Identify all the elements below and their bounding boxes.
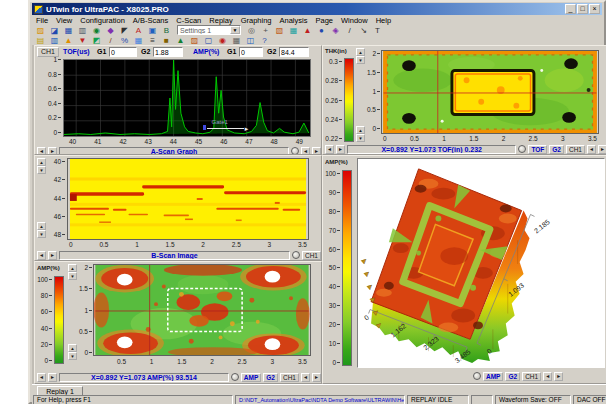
menu-item[interactable]: Help (372, 16, 395, 25)
next-button[interactable]: ► (312, 373, 321, 382)
minimize-button[interactable]: _ (565, 4, 576, 14)
scroll-left-button[interactable]: ◄ (37, 147, 46, 156)
open-file-icon[interactable]: ▨ (34, 25, 47, 35)
pan-tool-icon[interactable]: + (259, 25, 272, 35)
grid-view-icon[interactable]: ▦ (287, 25, 300, 35)
prev-button[interactable]: ◄ (543, 372, 552, 381)
prev-button[interactable]: ◄ (587, 145, 596, 154)
gate-g2-button[interactable]: G2 (505, 372, 520, 381)
surface3d-plot-area[interactable]: 0 1.162 2.323 3.485 0 1.093 2.185 ▸ ▸ ▸ … (357, 158, 605, 368)
pointer-tool-icon[interactable]: ◤ (118, 25, 131, 35)
split-view-icon[interactable]: ◫ (244, 35, 257, 45)
cscan-tof-image[interactable] (381, 50, 599, 134)
menu-item[interactable]: File (32, 16, 52, 25)
print-icon[interactable]: ▥ (76, 25, 89, 35)
spin-up-icon[interactable]: ▲ (356, 48, 365, 56)
record-icon[interactable]: ◉ (216, 35, 229, 45)
next-button[interactable]: ► (554, 372, 563, 381)
snapshot-icon[interactable]: ▨ (188, 35, 201, 45)
data-list-icon[interactable]: ≡ (146, 35, 159, 45)
channel-ch1-button[interactable]: CH1 (280, 373, 299, 382)
hardware-setup-icon[interactable]: ◆ (104, 25, 117, 35)
prev-button[interactable]: ◄ (301, 373, 310, 382)
amp-gate1-field[interactable] (239, 47, 263, 57)
spin-up-icon[interactable]: ▲ (37, 158, 46, 166)
tof-gate2-field[interactable] (153, 47, 183, 57)
palette-icon[interactable]: ▧ (273, 25, 286, 35)
gate-setup-icon[interactable]: % (118, 35, 131, 45)
bscan-image[interactable] (67, 158, 309, 240)
bscan-window-icon[interactable]: B (160, 25, 173, 35)
scroll-left-button[interactable]: ◄ (37, 251, 46, 260)
gate-g2-button[interactable]: G2 (263, 373, 278, 382)
channel-ch1-button[interactable]: CH1 (566, 145, 585, 154)
draw-arrow-icon[interactable]: ↘ (357, 25, 370, 35)
spin-down-icon[interactable]: ▼ (356, 56, 365, 64)
menu-item[interactable]: Window (337, 16, 372, 25)
save-all-icon[interactable]: ▦ (62, 25, 75, 35)
redraw-indicator-icon[interactable] (231, 373, 239, 381)
menu-item[interactable]: A/B-Scans (129, 16, 172, 25)
spin-up-icon[interactable]: ▲ (356, 126, 365, 134)
chart-view-icon[interactable]: ▲ (301, 25, 314, 35)
help-icon[interactable]: ? (258, 35, 271, 45)
statistics-icon[interactable]: ▲ (174, 35, 187, 45)
gate-line[interactable] (207, 128, 244, 129)
table-view-icon[interactable]: ▦ (230, 35, 243, 45)
mode-amp-button[interactable]: AMP (483, 372, 503, 381)
annotate-icon[interactable]: T (371, 25, 384, 35)
redraw-indicator-icon[interactable] (518, 145, 526, 153)
spin-down-icon[interactable]: ▼ (68, 352, 77, 360)
spin-up-icon[interactable]: ▲ (68, 344, 77, 352)
tof-gate1-field[interactable] (109, 47, 137, 57)
scroll-right-button[interactable]: ► (48, 251, 57, 260)
spin-down-icon[interactable]: ▼ (356, 134, 365, 142)
settings-combobox[interactable]: Settings 1 ▼ (177, 25, 241, 35)
lock-icon[interactable]: ■ (160, 35, 173, 45)
draw-line-icon[interactable]: / (343, 25, 356, 35)
channel-ch1-button[interactable]: CH1 (522, 372, 541, 381)
scroll-left-button[interactable]: ◄ (37, 373, 46, 382)
amp-gate2-field[interactable] (279, 47, 309, 57)
color-map-icon[interactable]: ◩ (90, 35, 103, 45)
title-bar[interactable]: UTwin for UltraPAC - X8025.PRO _ □ × (32, 3, 602, 15)
zoom-tool-icon[interactable]: ◎ (245, 25, 258, 35)
save-file-icon[interactable]: ◪ (48, 25, 61, 35)
maximize-button[interactable]: □ (577, 4, 588, 14)
redraw-indicator-icon[interactable] (473, 372, 481, 380)
spin-down-icon[interactable]: ▼ (68, 272, 77, 280)
monitor-icon[interactable]: ▢ (202, 35, 215, 45)
report-icon[interactable]: ▥ (48, 35, 61, 45)
next-button[interactable]: ► (312, 147, 321, 156)
menu-item[interactable]: View (52, 16, 76, 25)
prev-button[interactable]: ◄ (301, 147, 310, 156)
ascan-plot[interactable]: ► Gate1 (63, 59, 311, 137)
cscan-amp-image[interactable] (93, 264, 311, 356)
redraw-indicator-icon[interactable] (291, 147, 299, 155)
scroll-right-button[interactable]: ► (336, 145, 345, 154)
close-button[interactable]: × (589, 4, 600, 14)
next-button[interactable]: ► (598, 145, 606, 154)
spin-up-icon[interactable]: ▲ (68, 264, 77, 272)
ascan-window-icon[interactable]: A (132, 25, 145, 35)
edit-icon[interactable]: / (104, 35, 117, 45)
menu-item[interactable]: C-Scan (172, 16, 205, 25)
search-icon[interactable]: ● (315, 25, 328, 35)
menu-item[interactable]: Graphing (237, 16, 276, 25)
options-icon[interactable]: ◈ (329, 25, 342, 35)
scroll-left-button[interactable]: ◄ (325, 145, 334, 154)
scroll-right-button[interactable]: ► (48, 373, 57, 382)
menu-item[interactable]: Analysis (276, 16, 312, 25)
mode-tof-button[interactable]: TOF (528, 145, 547, 154)
channel-ch1-button[interactable]: CH1 (302, 251, 321, 260)
histogram-icon[interactable]: ▼ (76, 35, 89, 45)
acquire-icon[interactable]: ◉ (90, 25, 103, 35)
cscan-grid-icon[interactable]: ▦ (132, 35, 145, 45)
spin-up-icon[interactable]: ▲ (37, 222, 46, 230)
menu-item[interactable]: Page (311, 16, 337, 25)
gate-g2-button[interactable]: G2 (549, 145, 564, 154)
menu-item[interactable]: Configuration (76, 16, 129, 25)
spin-down-icon[interactable]: ▼ (37, 166, 46, 174)
image-window-icon[interactable]: ▣ (146, 25, 159, 35)
gate-start-marker[interactable] (203, 125, 206, 130)
